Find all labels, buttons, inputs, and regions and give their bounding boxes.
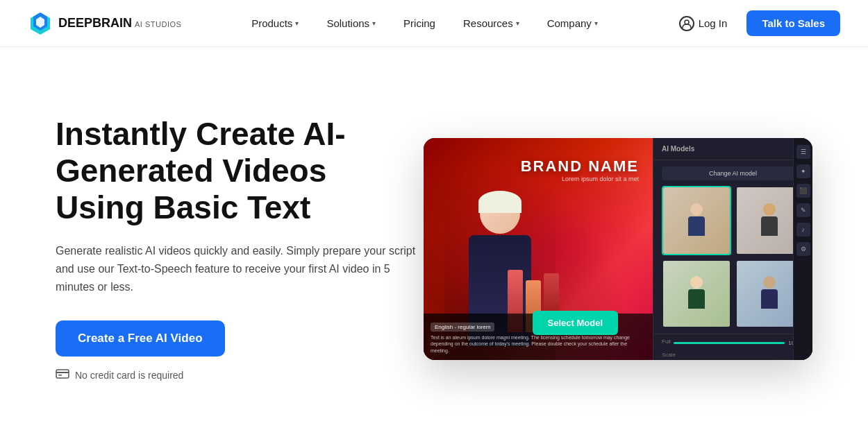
- nav-item-solutions[interactable]: Solutions ▾: [315, 12, 387, 35]
- nav-label-pricing: Pricing: [403, 17, 435, 29]
- side-icon-3[interactable]: ⬛: [796, 184, 810, 198]
- video-text-preview: Text is an ateum ipsum dolore magni meet…: [431, 334, 646, 354]
- brand-name-text: BRAND NAME: [521, 157, 639, 175]
- logo-ai-studios: AI STUDIOS: [135, 20, 181, 28]
- nav-label-company: Company: [547, 17, 592, 29]
- prop-label-scale: Scale: [662, 352, 804, 358]
- no-credit-text: No credit card is required: [75, 370, 183, 381]
- chevron-down-icon: ▾: [372, 19, 376, 27]
- nav-label-resources: Resources: [463, 17, 513, 29]
- navbar: DEEPBRAIN AI STUDIOS Products ▾ Solution…: [0, 0, 868, 47]
- mini-body-2: [761, 216, 778, 236]
- select-model-button[interactable]: Select Model: [533, 311, 618, 335]
- svg-rect-4: [56, 370, 69, 378]
- prop-slider-fill-full: [674, 342, 785, 344]
- mini-body-3: [688, 289, 705, 309]
- login-button[interactable]: Log In: [668, 10, 739, 37]
- create-free-video-button[interactable]: Create a Free AI Video: [56, 320, 225, 357]
- brand-overlay: BRAND NAME Lorem ipsum dolor sit a met: [521, 157, 639, 182]
- prop-label-full: Full: [662, 339, 671, 345]
- hero-content: Instantly Create AI-Generated Videos Usi…: [56, 116, 417, 382]
- panel-title: AI Models: [653, 138, 812, 160]
- svg-rect-5: [56, 372, 69, 373]
- model-selector: Change AI model: [653, 160, 812, 334]
- svg-rect-6: [58, 375, 62, 376]
- prop-row-full: Full 100 %: [662, 339, 804, 348]
- mini-head-4: [763, 276, 776, 289]
- video-panel: AI Models Change AI model: [653, 138, 812, 360]
- mini-person-4: [760, 276, 779, 311]
- nav-links: Products ▾ Solutions ▾ Pricing Resources…: [240, 12, 609, 35]
- side-icon-1[interactable]: ☰: [796, 145, 810, 159]
- hero-title: Instantly Create AI-Generated Videos Usi…: [56, 116, 417, 226]
- panel-properties: Full 100 % Scale 24 100 % Position: [653, 334, 812, 360]
- svg-point-3: [685, 20, 689, 24]
- logo[interactable]: DEEPBRAIN AI STUDIOS: [28, 11, 181, 36]
- mini-person-1: [687, 203, 706, 238]
- side-icon-4[interactable]: ✎: [796, 203, 810, 217]
- nav-item-company[interactable]: Company ▾: [536, 12, 609, 35]
- nav-item-resources[interactable]: Resources ▾: [452, 12, 531, 35]
- model-thumb-3[interactable]: [662, 259, 731, 329]
- side-icon-2[interactable]: ✦: [796, 164, 810, 178]
- deepbrain-logo-icon: [28, 11, 53, 36]
- chevron-down-icon: ▾: [516, 19, 519, 27]
- talk-to-sales-button[interactable]: Talk to Sales: [746, 10, 840, 36]
- model-thumb-1-inner: [663, 187, 730, 254]
- prop-slider-full[interactable]: [674, 342, 785, 344]
- video-preview: BRAND NAME Lorem ipsum dolor sit a met: [424, 138, 812, 360]
- model-grid: [662, 186, 804, 328]
- model-thumb-1[interactable]: [662, 186, 731, 255]
- presenter-hair: [478, 191, 521, 213]
- nav-label-solutions: Solutions: [326, 17, 369, 29]
- mini-person-2: [760, 203, 779, 238]
- presenter-head: [480, 194, 520, 234]
- video-main-area: BRAND NAME Lorem ipsum dolor sit a met: [424, 138, 653, 360]
- side-icon-5[interactable]: ♪: [796, 223, 810, 237]
- logo-text: DEEPBRAIN AI STUDIOS: [58, 16, 181, 31]
- chevron-down-icon: ▾: [594, 19, 598, 27]
- mini-head-1: [690, 203, 703, 216]
- side-icons-panel: ☰ ✦ ⬛ ✎ ♪ ⚙: [793, 138, 812, 360]
- nav-item-products[interactable]: Products ▾: [240, 12, 310, 35]
- chevron-down-icon: ▾: [295, 19, 299, 27]
- video-lang-tag: English - regular lorem: [431, 323, 494, 332]
- login-label: Log In: [699, 17, 728, 29]
- mini-body-1: [688, 216, 705, 236]
- logo-deepbrain: DEEPBRAIN: [58, 16, 132, 31]
- nav-item-pricing[interactable]: Pricing: [392, 12, 446, 35]
- user-icon: [679, 16, 694, 31]
- change-ai-model-button[interactable]: Change AI model: [662, 166, 804, 180]
- hero-description: Generate realistic AI videos quickly and…: [56, 242, 417, 295]
- hero-section: Instantly Create AI-Generated Videos Usi…: [0, 47, 868, 437]
- credit-card-icon: [56, 368, 69, 382]
- no-credit-notice: No credit card is required: [56, 368, 417, 382]
- mini-person-3: [687, 276, 706, 311]
- nav-actions: Log In Talk to Sales: [668, 10, 840, 37]
- side-icon-6[interactable]: ⚙: [796, 242, 810, 256]
- mini-body-4: [761, 289, 778, 309]
- nav-label-products: Products: [251, 17, 292, 29]
- model-thumb-3-inner: [663, 261, 730, 327]
- mini-head-3: [690, 276, 703, 289]
- mini-head-2: [763, 203, 776, 216]
